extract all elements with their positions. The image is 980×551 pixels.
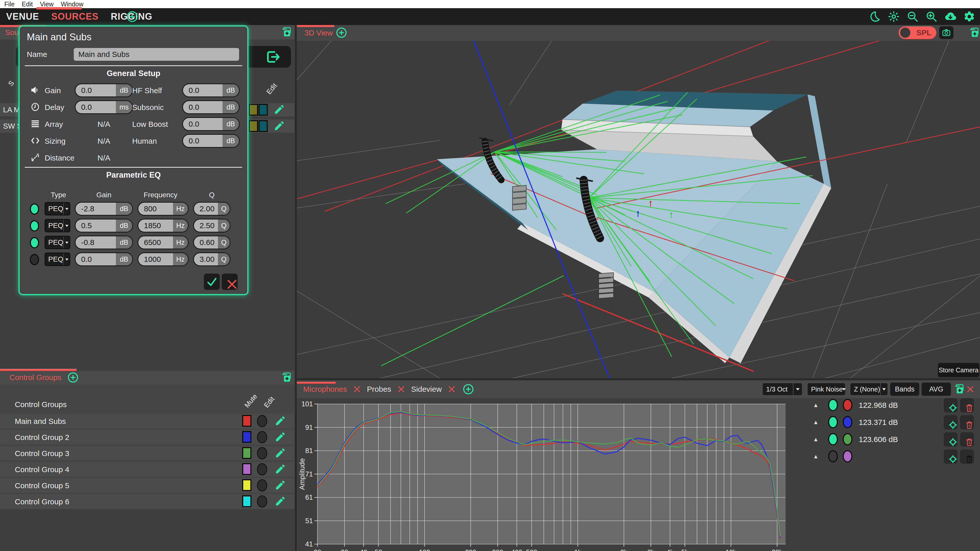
add-control-group-button[interactable] xyxy=(68,373,78,382)
control-group-row[interactable]: Control Group 3 xyxy=(0,446,295,461)
mute-button[interactable] xyxy=(257,479,267,492)
moon-icon[interactable] xyxy=(869,10,881,23)
band-frequency-input[interactable]: 1000Hz xyxy=(138,252,189,266)
band-type-dropdown[interactable]: PEQ xyxy=(45,219,70,232)
group-color-swatch[interactable] xyxy=(249,104,258,116)
expand-triangle-icon[interactable]: ▲ xyxy=(814,437,818,442)
band-enable-toggle[interactable] xyxy=(30,204,39,215)
control-group-row[interactable]: Control Group 6 xyxy=(0,494,295,509)
zoom-out-icon[interactable] xyxy=(907,10,919,23)
confirm-button[interactable] xyxy=(204,274,220,290)
pencil-icon[interactable] xyxy=(275,480,285,491)
cloud-download-icon[interactable] xyxy=(944,10,956,23)
mute-button[interactable] xyxy=(257,447,267,459)
settings-gear-icon[interactable] xyxy=(963,10,975,23)
pencil-icon[interactable] xyxy=(275,432,285,443)
group-color-swatch[interactable] xyxy=(259,104,268,116)
control-group-row[interactable]: Control Group 2 xyxy=(0,430,295,445)
3d-scene[interactable] xyxy=(297,41,980,378)
legend-enable-toggle[interactable] xyxy=(828,450,838,462)
pencil-icon[interactable] xyxy=(275,448,285,459)
locate-button[interactable] xyxy=(944,449,958,464)
locate-button[interactable] xyxy=(944,398,958,412)
control-group-row[interactable]: Control Group 4 xyxy=(0,462,295,477)
spl-toggle[interactable]: SPL xyxy=(899,26,936,39)
band-enable-toggle[interactable] xyxy=(30,237,39,248)
mute-button[interactable] xyxy=(257,463,267,475)
pencil-icon[interactable] xyxy=(275,464,285,475)
duplicate-icon[interactable] xyxy=(280,372,291,383)
delay-input[interactable]: 0.0ms xyxy=(75,100,133,114)
tab-venue[interactable]: VENUE xyxy=(6,11,39,22)
locate-button[interactable] xyxy=(944,432,958,447)
band-frequency-input[interactable]: 1850Hz xyxy=(138,219,189,233)
menu-item-view[interactable]: View xyxy=(40,0,54,8)
band-q-input[interactable]: 2.50Q xyxy=(193,219,231,233)
band-q-input[interactable]: 3.00Q xyxy=(193,252,231,266)
band-q-input[interactable]: 2.00Q xyxy=(193,202,231,216)
locate-button[interactable] xyxy=(944,415,958,430)
band-q-input[interactable]: 0.60Q xyxy=(193,236,231,249)
pencil-icon[interactable] xyxy=(275,496,285,507)
group-color-swatch[interactable] xyxy=(242,495,251,507)
legend-enable-toggle[interactable] xyxy=(828,416,838,428)
expand-triangle-icon[interactable]: ▲ xyxy=(814,454,818,459)
mute-button[interactable] xyxy=(257,495,267,508)
group-color-swatch[interactable] xyxy=(242,431,251,443)
gain-input[interactable]: 0.0dB xyxy=(75,83,133,97)
cancel-button[interactable] xyxy=(222,274,238,290)
delete-button[interactable] xyxy=(960,432,974,447)
human-input[interactable]: 0.0dB xyxy=(182,134,240,148)
group-color-swatch[interactable] xyxy=(242,447,251,459)
tab-sources[interactable]: SOURCES xyxy=(51,11,99,22)
expand-triangle-icon[interactable]: ▲ xyxy=(814,403,818,408)
band-type-dropdown[interactable]: PEQ xyxy=(45,253,70,266)
hf-shelf-input[interactable]: 0.0dB xyxy=(182,83,240,97)
band-gain-input[interactable]: -2.8dB xyxy=(75,202,133,216)
duplicate-icon[interactable] xyxy=(968,27,979,38)
group-color-swatch[interactable] xyxy=(242,415,251,427)
band-enable-toggle[interactable] xyxy=(30,220,39,231)
group-color-swatch[interactable] xyxy=(259,120,268,132)
legend-enable-toggle[interactable] xyxy=(828,399,838,411)
control-group-row[interactable]: Main and Subs xyxy=(0,414,295,429)
group-color-swatch[interactable] xyxy=(249,120,258,132)
legend-color-swatch[interactable] xyxy=(843,399,853,411)
legend-color-swatch[interactable] xyxy=(843,450,853,462)
legend-color-swatch[interactable] xyxy=(843,433,853,445)
subsonic-input[interactable]: 0.0dB xyxy=(182,100,240,114)
band-enable-toggle[interactable] xyxy=(30,254,39,265)
band-frequency-input[interactable]: 800Hz xyxy=(138,202,189,216)
band-frequency-input[interactable]: 6500Hz xyxy=(138,236,189,249)
pencil-icon[interactable] xyxy=(274,121,284,131)
add-viewport-button[interactable] xyxy=(336,27,347,38)
store-camera-button[interactable] xyxy=(939,26,953,39)
low-boost-input[interactable]: 0.0dB xyxy=(182,117,240,131)
viewport-tab[interactable]: 3D View xyxy=(304,29,333,37)
menu-item-edit[interactable]: Edit xyxy=(22,0,33,8)
band-type-dropdown[interactable]: PEQ xyxy=(45,236,70,249)
control-group-row[interactable]: Control Group 5 xyxy=(0,478,295,493)
band-type-dropdown[interactable]: PEQ xyxy=(45,202,70,215)
legend-color-swatch[interactable] xyxy=(843,416,853,428)
duplicate-icon[interactable] xyxy=(280,27,291,38)
band-gain-input[interactable]: 0.5dB xyxy=(75,219,133,233)
band-gain-input[interactable]: -0.8dB xyxy=(75,236,133,249)
band-gain-input[interactable]: 0.0dB xyxy=(75,252,133,266)
mute-button[interactable] xyxy=(257,431,267,443)
menu-item-window[interactable]: Window xyxy=(61,0,83,8)
legend-enable-toggle[interactable] xyxy=(828,433,838,445)
expand-triangle-icon[interactable]: ▲ xyxy=(814,420,818,425)
add-tab-button[interactable] xyxy=(127,11,138,22)
pencil-icon[interactable] xyxy=(274,104,284,115)
zoom-in-icon[interactable] xyxy=(925,10,938,23)
mute-button[interactable] xyxy=(257,415,267,427)
delete-button[interactable] xyxy=(960,415,974,430)
delete-button[interactable] xyxy=(960,449,974,464)
group-color-swatch[interactable] xyxy=(242,479,251,491)
pencil-icon[interactable] xyxy=(275,416,285,427)
menu-item-file[interactable]: File xyxy=(4,0,14,8)
delete-button[interactable] xyxy=(960,398,974,412)
group-color-swatch[interactable] xyxy=(242,463,251,475)
name-input[interactable]: Main and Subs xyxy=(74,48,239,61)
